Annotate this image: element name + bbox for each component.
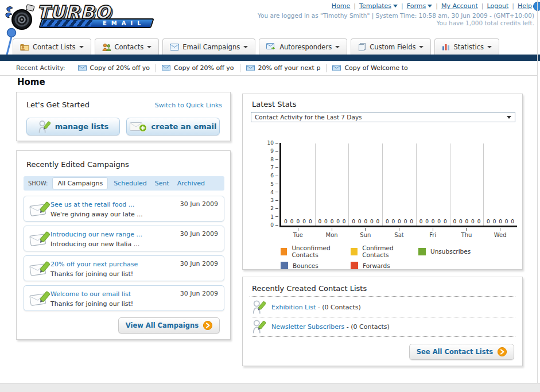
campaign-title-link[interactable]: Introducing our new range ...: [50, 231, 142, 238]
y-tick-label: 7: [270, 165, 274, 170]
chart-value-label: 0: [364, 219, 367, 224]
chart-value-label: 0: [392, 219, 395, 224]
campaign-title-link[interactable]: See us at the retail food ...: [50, 201, 134, 208]
envelope-pencil-icon: [29, 290, 50, 307]
autoresponders-icon: [266, 43, 276, 51]
tab-statistics[interactable]: Statistics: [434, 38, 499, 55]
legend-item: Confirmed Contacts: [351, 244, 418, 258]
see-all-contact-lists-button[interactable]: See All Contact Lists: [409, 344, 514, 360]
logo-word-email: EMAIL: [103, 20, 146, 26]
filter-scheduled[interactable]: Scheduled: [114, 180, 147, 187]
contacts-icon: [102, 43, 111, 51]
arrow-circle-icon: [498, 347, 507, 356]
envelope-icon: [332, 65, 341, 71]
contact-lists-icon: [20, 43, 29, 51]
statistics-icon: [442, 43, 450, 51]
contact-list-row[interactable]: Exhibition List - (0 Contacts): [252, 298, 515, 317]
help-bubble-icon[interactable]: [533, 2, 540, 11]
contact-list-count: - (0 Contacts): [344, 323, 390, 331]
x-tick-label: Wed: [483, 232, 517, 238]
x-tick-label: Thu: [450, 232, 484, 238]
recent-activity-item[interactable]: Copy of 20% off yo: [78, 64, 150, 72]
chart-legend: Unconfirmed ContactsConfirmed ContactsUn…: [281, 244, 516, 269]
campaign-row[interactable]: See us at the retail food ...We're givin…: [24, 196, 224, 222]
campaign-title-link[interactable]: Welcome to our email list: [50, 290, 131, 298]
app-right-border: [537, 0, 538, 383]
page-title: Home: [17, 77, 45, 87]
chart-value-label: 0: [505, 219, 508, 224]
chart-value-label: 0: [290, 219, 294, 224]
legend-item: Unconfirmed Contacts: [281, 244, 351, 258]
chart-value-label: 0: [477, 219, 481, 224]
recent-activity-label: Recent Activity:: [16, 64, 65, 72]
tab-contacts[interactable]: Contacts: [95, 38, 160, 55]
x-tick: Tue: [281, 228, 315, 238]
manage-lists-button[interactable]: manage lists: [26, 118, 120, 135]
chart-value-label: 0: [318, 219, 322, 224]
contact-list-link[interactable]: Exhibition List: [271, 304, 316, 311]
chart-value-label: 0: [444, 219, 447, 224]
y-tick-label: 10: [267, 140, 274, 146]
top-link-forms[interactable]: Forms: [407, 2, 426, 10]
x-tick: Fri: [416, 228, 450, 238]
top-link-home[interactable]: Home: [332, 2, 350, 10]
login-status-text: You are logged in as "Timothy Smith" | S…: [258, 12, 534, 19]
contact-list-count: - (0 Contacts): [316, 304, 361, 311]
campaign-row[interactable]: Welcome to our email listThanks for join…: [24, 285, 224, 311]
campaign-filter-bar: SHOW: All Campaigns Scheduled Sent Archi…: [24, 176, 224, 191]
chart-value-label: 0: [410, 219, 413, 224]
person-pencil-icon: [252, 300, 266, 315]
y-tick-label: 2: [270, 205, 274, 211]
contact-lists-title: Recently Created Contact Lists: [252, 284, 367, 293]
filter-all-campaigns[interactable]: All Campaigns: [52, 177, 108, 189]
recent-activity-item[interactable]: Copy of Welcome to: [332, 64, 407, 72]
y-tick-label: 1: [270, 214, 274, 220]
filter-archived[interactable]: Archived: [177, 180, 205, 187]
tab-custom-fields[interactable]: Custom Fields: [351, 38, 431, 55]
chart-x-labels: TueMonSunSatFriThuWed: [281, 228, 517, 238]
top-link-templates[interactable]: Templates: [359, 2, 391, 10]
switch-to-quick-links[interactable]: Switch to Quick Links: [155, 102, 222, 109]
y-tick: 10: [267, 140, 278, 146]
y-tick: 3: [270, 197, 278, 203]
campaign-title-link[interactable]: 20% off your next purchase: [50, 261, 138, 268]
navy-divider-bar: [0, 55, 540, 61]
app-window: TURBO EMAIL Home|Templates|Forms|My Acco…: [0, 0, 540, 392]
chart-day-group: 00000: [348, 143, 382, 226]
recent-activity-item[interactable]: Copy of 20% off yo: [162, 64, 234, 72]
tab-autoresponders[interactable]: Autoresponders: [259, 38, 347, 55]
envelope-pencil-icon: [29, 200, 50, 218]
tab-contact-lists[interactable]: Contact Lists: [13, 38, 91, 55]
chevron-down-icon: [79, 46, 84, 48]
contact-list-link[interactable]: Newsletter Subscribers: [271, 323, 344, 331]
legend-swatch: [281, 262, 288, 269]
recent-activity-item[interactable]: 20% off your next p: [246, 64, 321, 72]
view-all-campaigns-button[interactable]: View All Campaigns: [118, 317, 220, 333]
chart-value-label: 0: [309, 219, 312, 224]
contact-list-row[interactable]: Newsletter Subscribers - (0 Contacts): [252, 317, 515, 337]
chevron-down-icon: [507, 116, 511, 119]
top-link-help[interactable]: Help: [518, 2, 532, 10]
x-tick-label: Sun: [348, 232, 382, 238]
top-link-my-account[interactable]: My Account: [441, 2, 478, 10]
stats-report-select[interactable]: Contact Activity for the Last 7 Days: [251, 112, 515, 122]
campaign-subtitle: Introducing our new Italia ...: [50, 240, 139, 248]
campaign-row[interactable]: 20% off your next purchaseThanks for joi…: [24, 255, 224, 281]
campaign-subtitle: We're giving away our late ...: [50, 211, 143, 218]
chevron-down-icon: [428, 5, 432, 7]
chevron-down-icon: [393, 5, 398, 7]
chevron-down-icon: [147, 46, 151, 48]
envelope-icon: [162, 65, 170, 71]
tab-email-campaigns[interactable]: Email Campaigns: [162, 38, 255, 55]
top-link-logout[interactable]: Logout: [487, 2, 509, 10]
get-started-panel: Let's Get Started Switch to Quick Links …: [16, 92, 231, 141]
main-tab-bar: Contact Lists Contacts Email Campaigns A…: [13, 38, 499, 55]
x-tick-label: Mon: [315, 232, 349, 238]
chart-value-label: 0: [284, 219, 288, 224]
create-email-button[interactable]: create an email: [126, 118, 220, 135]
chart-value-label: 0: [453, 219, 456, 224]
chart-value-label: 0: [398, 219, 401, 224]
filter-sent[interactable]: Sent: [155, 180, 169, 187]
campaign-row[interactable]: Introducing our new range ...Introducing…: [24, 226, 224, 251]
person-pencil-icon: [252, 319, 266, 335]
